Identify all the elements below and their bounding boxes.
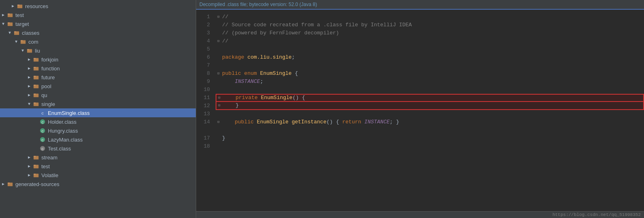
kw-public2: public (222, 118, 257, 126)
tree-item-single[interactable]: ▼ single (0, 99, 196, 108)
folder-icon-stream (32, 155, 40, 160)
fold-4: ⊟ (216, 37, 221, 45)
svg-rect-23 (34, 103, 36, 104)
arrow-generated-sources: ▶ (0, 182, 6, 186)
tree-item-enumsingle[interactable]: C EnumSingle.class (0, 108, 196, 117)
code-comment-4: // (222, 37, 229, 45)
kw-public-enum: public enum (222, 70, 260, 78)
label-holder: Holder.class (48, 119, 77, 125)
code-line-14: ⊟ public EnumSingle getInstance() { retu… (216, 118, 644, 126)
svg-rect-7 (14, 32, 16, 33)
file-tree[interactable]: ▶ resources ▶ test ▼ target ▼ classes ▼ (0, 0, 196, 218)
arrow-pool: ▶ (26, 84, 32, 89)
tree-item-function[interactable]: ▶ function (0, 64, 196, 73)
svg-rect-35 (34, 156, 36, 157)
class-icon-hungry: C (39, 128, 46, 133)
tree-item-target[interactable]: ▼ target (0, 19, 196, 28)
tree-item-hungry[interactable]: C Hungry.class (0, 126, 196, 135)
fold-11: ⊟ (216, 94, 222, 102)
tree-item-pool[interactable]: ▶ pool (0, 82, 196, 91)
tree-item-test2[interactable]: ▶ test (0, 162, 196, 171)
label-test-class: Test.class (48, 146, 71, 152)
arrow-liu: ▼ (19, 49, 26, 53)
code-line-5 (216, 45, 644, 53)
svg-text:C: C (41, 138, 44, 142)
label-resources: resources (25, 3, 48, 9)
svg-rect-21 (34, 94, 36, 95)
folder-icon-resources (16, 3, 24, 9)
op-close-brace: } (222, 134, 225, 142)
code-line-10 (216, 86, 644, 94)
label-future: future (41, 74, 55, 80)
arrow-future: ▶ (26, 75, 32, 80)
folder-icon-test-top (6, 12, 14, 18)
label-com: com (28, 39, 39, 45)
code-line-2: // Source code recreated from a .class f… (216, 21, 644, 29)
arrow-resources: ▶ (10, 4, 16, 8)
tree-item-com[interactable]: ▼ com (0, 37, 196, 46)
label-single: single (41, 101, 55, 107)
fold-14: ⊟ (216, 118, 221, 126)
code-comment-2: // Source code recreated from a .class f… (222, 21, 412, 29)
code-line-17: } (216, 134, 644, 142)
label-volatile: Volatile (41, 172, 58, 178)
arrow-test-top: ▶ (0, 13, 6, 17)
svg-rect-19 (34, 85, 36, 86)
fn-getinstance: getInstance (292, 118, 327, 126)
fold-12: ⊟ (216, 102, 222, 110)
label-test2: test (41, 163, 50, 169)
tree-item-liu[interactable]: ▼ liu (0, 46, 196, 55)
code-line-11: ⊟ private EnumSingle() { (216, 94, 644, 102)
folder-icon-function (32, 66, 40, 71)
folder-icon-forkjoin (32, 57, 40, 62)
folder-icon-future (32, 74, 40, 80)
tree-item-holder[interactable]: C Holder.class (0, 117, 196, 126)
tree-item-qu[interactable]: ▶ qu (0, 91, 196, 99)
code-line-18 (216, 142, 644, 150)
label-function: function (41, 66, 60, 72)
svg-rect-39 (34, 174, 36, 175)
it-instance2: INSTANCE (364, 118, 389, 126)
folder-icon-qu (32, 92, 40, 98)
arrow-test2: ▶ (26, 164, 32, 169)
tree-item-classes[interactable]: ▼ classes (0, 28, 196, 37)
fold-8: ⊟ (216, 70, 221, 78)
svg-rect-41 (8, 183, 10, 184)
arrow-qu: ▶ (26, 93, 32, 97)
svg-text:C: C (41, 129, 44, 133)
label-classes: classes (22, 30, 39, 36)
folder-icon-com (19, 39, 27, 44)
folder-icon-test2 (32, 163, 40, 169)
class-icon-test: C (39, 146, 46, 151)
folder-icon-pool (32, 83, 40, 89)
label-pool: pool (41, 83, 51, 89)
arrow-volatile: ▶ (26, 173, 32, 178)
tree-item-generated-sources[interactable]: ▶ generated-sources (0, 180, 196, 188)
label-qu: qu (41, 92, 47, 98)
arrow-forkjoin: ▶ (26, 57, 32, 62)
tree-item-lazyman[interactable]: C LazyMan.class (0, 135, 196, 144)
folder-icon-generated-sources (6, 181, 14, 187)
code-line-12: ⊟ } (216, 102, 644, 110)
svg-text:C: C (41, 121, 44, 124)
tree-item-stream[interactable]: ▶ stream (0, 153, 196, 162)
svg-text:C: C (41, 112, 44, 115)
line-numbers: 1 2 3 4 5 6 7 8 9 10 11 12 13 14 17 18 (196, 10, 212, 211)
code-line-1: ⊟ // (216, 13, 644, 21)
class-icon-enumsingle: C (39, 110, 46, 116)
tree-item-resources[interactable]: ▶ resources (0, 2, 196, 11)
tree-item-future[interactable]: ▶ future (0, 73, 196, 82)
label-stream: stream (41, 155, 58, 161)
folder-icon-classes (13, 30, 20, 36)
code-line-3: // (powered by FernFlower decompiler) (216, 29, 644, 37)
arrow-com: ▼ (13, 40, 19, 44)
tree-item-forkjoin[interactable]: ▶ forkjoin (0, 55, 196, 64)
tree-item-volatile[interactable]: ▶ Volatile (0, 171, 196, 180)
arrow-function: ▶ (26, 66, 32, 71)
tree-item-test-class[interactable]: C Test.class (0, 144, 196, 153)
code-line-6: package com.liu.single; (216, 53, 644, 61)
svg-rect-15 (34, 67, 36, 68)
tree-item-test-top[interactable]: ▶ test (0, 11, 196, 19)
arrow-single: ▼ (26, 102, 32, 106)
editor-content[interactable]: 1 2 3 4 5 6 7 8 9 10 11 12 13 14 17 18 ⊟… (196, 10, 644, 211)
